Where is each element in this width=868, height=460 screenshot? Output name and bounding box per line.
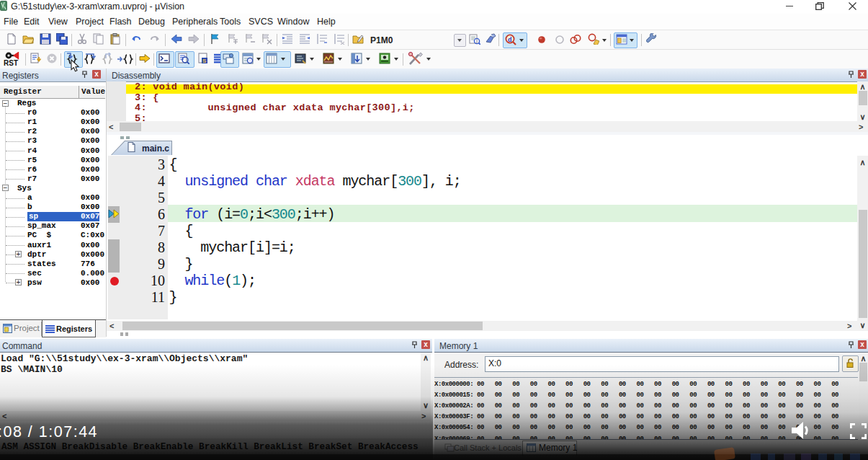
svg-text:S: S [202, 58, 207, 64]
svg-text:d: d [508, 36, 512, 43]
svg-text:RST: RST [4, 59, 18, 66]
